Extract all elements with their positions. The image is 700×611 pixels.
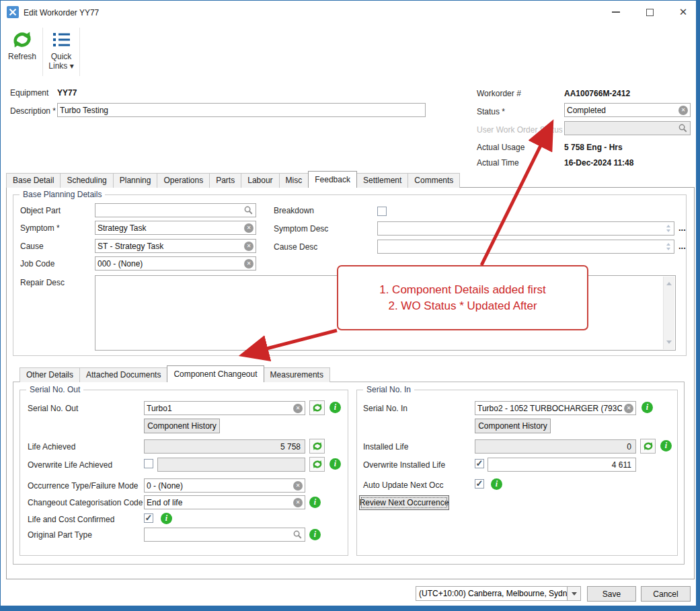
changeout-code-input[interactable]: End of life	[144, 495, 305, 509]
clear-icon[interactable]	[624, 404, 633, 413]
info-icon[interactable]	[660, 440, 672, 452]
breakdown-label: Breakdown	[274, 206, 314, 215]
tab-operations[interactable]: Operations	[157, 173, 210, 188]
subtab-other-details[interactable]: Other Details	[20, 367, 80, 382]
info-icon[interactable]	[309, 497, 321, 508]
sync-serial-out-button[interactable]	[309, 400, 325, 415]
serial-in-input[interactable]: Turbo2 - 1052 TURBOCHARGER (793C)	[475, 401, 636, 415]
clear-icon[interactable]	[293, 498, 303, 507]
occurrence-type-input[interactable]: 0 - (None)	[144, 478, 305, 493]
clear-icon[interactable]	[678, 106, 688, 115]
base-planning-group-title: Base Planning Details	[20, 190, 105, 199]
tab-settlement[interactable]: Settlement	[356, 173, 408, 188]
symptom-desc-more-button[interactable]: ...	[678, 223, 686, 233]
sync-life-achieved-button[interactable]	[309, 439, 325, 454]
tab-scheduling[interactable]: Scheduling	[60, 173, 113, 188]
dropdown-arrow-icon[interactable]	[567, 587, 580, 600]
quick-links-button[interactable]: Quick Links ▾	[42, 28, 80, 76]
subtab-attached-documents[interactable]: Attached Documents	[79, 367, 167, 382]
minimize-button[interactable]	[605, 5, 627, 20]
status-input[interactable]: Completed	[564, 103, 691, 117]
installed-life-label: Installed Life	[363, 442, 408, 452]
tab-feedback[interactable]: Feedback	[308, 171, 357, 188]
job-code-label: Job Code	[20, 259, 54, 268]
clear-icon[interactable]	[293, 481, 303, 491]
symptom-label: Symptom *	[20, 223, 60, 233]
info-icon[interactable]	[309, 529, 321, 540]
equipment-label: Equipment	[10, 88, 48, 98]
annotation-callout: 1. Component Details added first 2. WO S…	[337, 265, 588, 330]
search-icon[interactable]	[678, 123, 688, 133]
life-cost-confirmed-label: Life and Cost Confirmed	[28, 515, 114, 524]
search-icon[interactable]	[243, 205, 254, 215]
life-achieved-label: Life Achieved	[28, 442, 75, 452]
status-label: Status *	[477, 107, 505, 116]
description-input[interactable]: Turbo Testing	[57, 103, 426, 117]
symptom-desc-label: Symptom Desc	[274, 224, 328, 233]
spinner-icon[interactable]	[664, 240, 672, 253]
close-button[interactable]: ✕	[672, 5, 694, 20]
overwrite-life-checkbox[interactable]	[144, 459, 153, 468]
auto-update-next-occ-checkbox[interactable]	[475, 479, 484, 489]
annotation-line-1: 1. Component Details added first	[379, 283, 546, 297]
serial-out-input[interactable]: Turbo1	[144, 401, 305, 415]
changeout-code-label: Changeout Categorisation Code *	[28, 498, 148, 507]
cause-label: Cause	[20, 242, 44, 251]
tab-misc[interactable]: Misc	[279, 173, 309, 188]
workorder-value: AA100766M-2412	[564, 89, 630, 98]
maximize-button[interactable]	[639, 5, 660, 20]
life-cost-confirmed-checkbox[interactable]	[144, 513, 153, 523]
object-part-input[interactable]	[95, 203, 256, 217]
tab-planning[interactable]: Planning	[113, 173, 158, 188]
overwrite-installed-input[interactable]: 4 611	[488, 458, 636, 472]
user-status-label: User Work Order Status	[477, 125, 563, 135]
close-icon: ✕	[679, 6, 688, 18]
clear-icon[interactable]	[293, 404, 303, 413]
actual-usage-label: Actual Usage	[477, 143, 524, 152]
window-title: Edit Workorder YY77	[24, 8, 99, 17]
info-icon[interactable]	[491, 478, 502, 490]
sync-installed-life-button[interactable]	[640, 439, 656, 454]
symptom-input[interactable]: Strategy Task	[95, 221, 256, 235]
tab-base-detail[interactable]: Base Detail	[6, 173, 61, 188]
symptom-desc-input[interactable]	[377, 221, 674, 236]
sync-overwrite-life-button[interactable]	[309, 457, 325, 472]
overwrite-installed-checkbox[interactable]	[475, 459, 484, 468]
original-part-type-input[interactable]	[144, 528, 305, 542]
clear-icon[interactable]	[244, 259, 254, 268]
cause-desc-more-button[interactable]: ...	[678, 241, 686, 251]
breakdown-checkbox[interactable]	[377, 207, 387, 216]
cause-desc-input[interactable]	[377, 240, 674, 254]
save-button[interactable]: Save	[587, 586, 636, 602]
serial-out-group-title: Serial No. Out	[26, 385, 83, 394]
cancel-button[interactable]: Cancel	[641, 586, 691, 602]
edit-workorder-window: Edit Workorder YY77 ✕ Refresh	[0, 0, 697, 606]
timezone-select[interactable]: (UTC+10:00) Canberra, Melbourne, Sydney	[416, 586, 581, 601]
review-next-occurrence-button[interactable]: Review Next Occurrence	[359, 495, 449, 510]
info-icon[interactable]	[641, 402, 653, 413]
clear-icon[interactable]	[244, 242, 254, 251]
component-history-out-button[interactable]: Component History	[144, 419, 220, 433]
subtab-component-changeout[interactable]: Component Changeout	[167, 365, 264, 382]
user-status-input[interactable]	[564, 121, 691, 135]
search-icon[interactable]	[293, 530, 303, 540]
clear-icon[interactable]	[244, 223, 254, 233]
spinner-icon[interactable]	[664, 222, 672, 235]
tab-comments[interactable]: Comments	[407, 173, 460, 188]
tab-parts[interactable]: Parts	[209, 173, 241, 188]
occurrence-type-label: Occurrence Type/Failure Mode	[28, 481, 139, 491]
cause-input[interactable]: ST - Strategy Task	[95, 239, 256, 253]
info-icon[interactable]	[161, 513, 172, 524]
serial-in-group-title: Serial No. In	[363, 385, 414, 394]
refresh-button[interactable]: Refresh	[5, 28, 40, 61]
quick-links-label-2: Links ▾	[48, 61, 73, 71]
tab-labour[interactable]: Labour	[241, 173, 279, 188]
equipment-value: YY77	[57, 88, 77, 98]
info-icon[interactable]	[329, 458, 341, 470]
info-icon[interactable]	[329, 402, 341, 413]
repair-desc-scrollbar[interactable]	[663, 277, 674, 349]
job-code-input[interactable]: 000 - (None)	[95, 256, 256, 271]
subtab-measurements[interactable]: Measurements	[264, 367, 330, 382]
refresh-label: Refresh	[8, 52, 36, 61]
component-history-in-button[interactable]: Component History	[475, 419, 551, 433]
